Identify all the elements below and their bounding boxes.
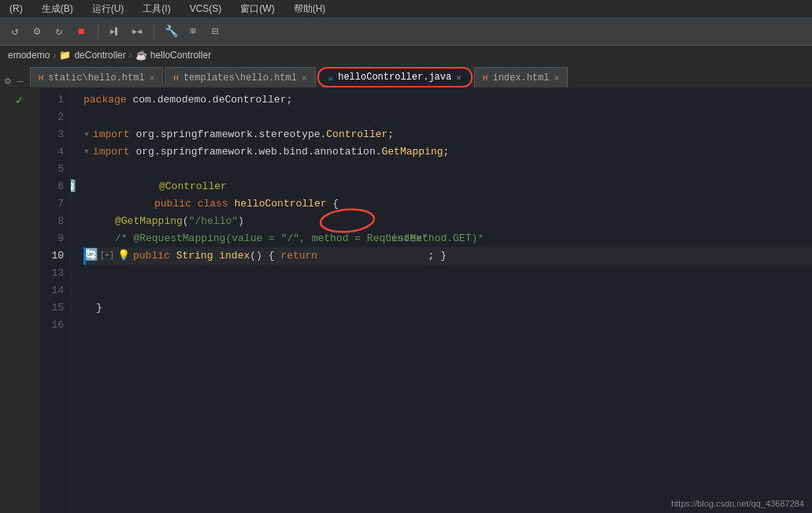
tab-close-4[interactable]: ✕: [554, 72, 559, 83]
tab-index-html[interactable]: H index.html ✕: [474, 67, 568, 87]
menu-bar: (R) 生成(B) 运行(U) 工具(I) VCS(S) 窗口(W) 帮助(H): [0, 0, 812, 17]
editor-pin-icon[interactable]: —: [17, 76, 24, 87]
code-content[interactable]: package com.demodemo.deController; ▾ imp…: [71, 88, 812, 513]
line-numbers: 1 2 3 4 5 6 7 8 9 10 13 14 15 16: [39, 88, 71, 513]
code-line-6: ✔ @Controller: [83, 178, 812, 195]
menu-item-build[interactable]: 生成(B): [39, 1, 76, 17]
menu-item-run[interactable]: 运行(U): [89, 1, 128, 17]
string-index: "index": [385, 232, 428, 244]
code-line-14: [83, 282, 812, 299]
editor-area: ✓ 1 2 3 4 5 6 7 8 9 10 13 14 15 16 packa…: [0, 88, 812, 513]
code-line-7: 🔄 public class helloController {: [83, 195, 812, 213]
method-index: index: [219, 247, 250, 265]
line-num-10: 10: [39, 247, 64, 265]
toolbar-grid-btn[interactable]: ⊞: [184, 23, 202, 40]
tab-label-2: templates\hello.html: [184, 72, 297, 84]
breadcrumb-sep-1: ›: [53, 50, 56, 61]
keyword-import-2: import: [93, 143, 130, 161]
breadcrumb: emodemo › 📁 deController › ☕ helloContro…: [0, 46, 812, 65]
toolbar-back-btn[interactable]: ↺: [6, 23, 24, 40]
menu-item-window[interactable]: 窗口(W): [237, 1, 277, 17]
class-name: helloController: [234, 195, 326, 213]
fold-marker-4[interactable]: ▾: [83, 143, 90, 161]
code-editor[interactable]: 1 2 3 4 5 6 7 8 9 10 13 14 15 16 package…: [39, 88, 812, 513]
toolbar-stop-btn[interactable]: ■: [72, 23, 90, 40]
left-panel: ✓: [0, 88, 39, 513]
tab-java-icon: ☕: [328, 72, 334, 83]
tab-html-icon-2: H: [173, 73, 179, 83]
close-brace-class: }: [96, 299, 102, 317]
left-panel-icon-1[interactable]: ✓: [11, 91, 28, 109]
gutter-icon-line7: 🔄: [71, 179, 76, 196]
toolbar-sep-1: [98, 24, 98, 39]
annotation-getmapping: @GetMapping: [115, 213, 183, 230]
toolbar-wrench-btn[interactable]: 🔧: [162, 23, 180, 40]
breadcrumb-class[interactable]: helloController: [150, 50, 211, 61]
line-num-5: 5: [39, 161, 64, 178]
type-string: String: [176, 247, 213, 265]
toolbar: ↺ ⚙ ↻ ■ ▶▌ ▶◀ 🔧 ⊞ ⊟: [0, 17, 812, 46]
tab-close-1[interactable]: ✕: [150, 72, 155, 83]
code-line-5: [83, 161, 812, 178]
menu-item-r[interactable]: (R): [6, 2, 26, 16]
tab-templates-hello[interactable]: H templates\hello.html ✕: [165, 67, 315, 87]
watermark: https://blog.csdn.net/qq_43687284: [671, 499, 804, 508]
tab-label-3: helloController.java: [338, 72, 451, 83]
breadcrumb-sep-2: ›: [129, 50, 132, 61]
tab-hello-controller[interactable]: ☕ helloController.java ✕: [317, 67, 473, 87]
editor-settings-icon[interactable]: ⚙: [5, 75, 11, 87]
keyword-package: package: [83, 91, 127, 109]
bulb-icon-line10[interactable]: 💡: [117, 247, 130, 265]
tab-label-4: index.html: [492, 72, 549, 84]
line-num-6: 6: [39, 178, 64, 195]
annotation-controller: @Controller: [159, 178, 227, 195]
tab-static-hello[interactable]: H static\hello.html ✕: [30, 67, 164, 87]
code-line-10[interactable]: 🔄 [+] 💡 public String index() { return "…: [83, 247, 812, 265]
tab-close-3[interactable]: ✕: [456, 72, 462, 83]
expand-button-line10[interactable]: [+]: [100, 247, 114, 265]
line-num-15: 15: [39, 299, 64, 317]
tab-close-2[interactable]: ✕: [302, 72, 307, 83]
line-num-16: 16: [39, 317, 64, 334]
keyword-import-1: import: [93, 126, 130, 143]
comment-requestmapping: /* @RequestMapping(value = "/", method =…: [115, 230, 484, 247]
keyword-class: class: [198, 195, 228, 213]
code-line-13: [83, 265, 812, 282]
open-brace-class: {: [332, 195, 339, 213]
line-num-2: 2: [39, 109, 64, 126]
import-path-1: org.springframework.stereotype.Controlle…: [135, 126, 394, 143]
menu-item-tools[interactable]: 工具(I): [139, 1, 173, 17]
keyword-public-1: public: [154, 195, 191, 213]
package-name: com.demodemo.deController;: [132, 91, 292, 109]
active-line-marker: [83, 247, 86, 265]
keyword-public-2: public: [133, 247, 170, 265]
code-line-16: [83, 317, 812, 334]
toolbar-forward-btn[interactable]: ↻: [50, 23, 68, 40]
code-line-2: [83, 109, 812, 126]
breadcrumb-package[interactable]: deController: [74, 50, 125, 61]
breadcrumb-folder-icon: 📁: [59, 50, 71, 61]
toolbar-sep-2: [154, 24, 154, 39]
tab-bar: ⚙ — H static\hello.html ✕ H templates\he…: [0, 65, 812, 88]
tab-label-1: static\hello.html: [48, 72, 144, 84]
fold-marker-3[interactable]: ▾: [83, 126, 90, 143]
breadcrumb-project[interactable]: emodemo: [8, 50, 50, 61]
line-num-4: 4: [39, 143, 64, 161]
line-num-13: 13: [39, 265, 64, 282]
tab-html-icon-3: H: [483, 73, 488, 83]
line-num-8: 8: [39, 213, 64, 230]
toolbar-btn-a[interactable]: ▶▌: [106, 23, 124, 40]
toolbar-settings-btn[interactable]: ⚙: [28, 23, 46, 40]
line-num-1: 1: [39, 91, 64, 109]
menu-item-help[interactable]: 帮助(H): [291, 1, 329, 17]
import-path-2: org.springframework.web.bind.annotation.…: [135, 143, 449, 161]
code-line-1: package com.demodemo.deController;: [83, 91, 812, 109]
code-line-8: @GetMapping("/hello"): [83, 213, 812, 230]
code-line-15: }: [83, 299, 812, 317]
line-num-9: 9: [39, 230, 64, 247]
toolbar-btn-b[interactable]: ▶◀: [128, 23, 146, 40]
line-num-14: 14: [39, 282, 64, 299]
toolbar-minus-btn[interactable]: ⊟: [206, 23, 224, 40]
code-line-4: ▾ import org.springframework.web.bind.an…: [83, 143, 812, 161]
menu-item-vcs[interactable]: VCS(S): [187, 2, 225, 16]
